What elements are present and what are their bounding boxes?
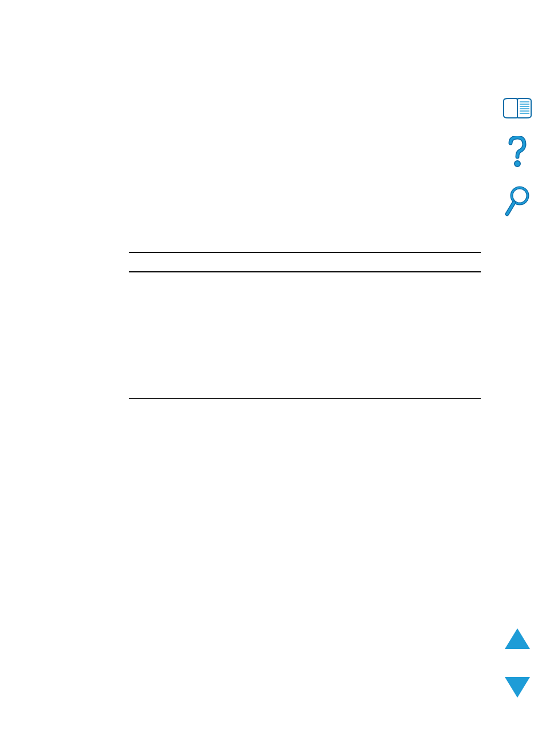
book-icon[interactable] bbox=[503, 97, 532, 119]
svg-marker-11 bbox=[505, 628, 530, 649]
svg-marker-12 bbox=[505, 677, 530, 698]
svg-point-6 bbox=[515, 161, 520, 167]
page-down-button[interactable] bbox=[504, 676, 531, 699]
content-area bbox=[129, 252, 481, 399]
help-icon[interactable] bbox=[507, 136, 528, 168]
rule-thin bbox=[129, 398, 481, 399]
svg-line-10 bbox=[507, 203, 514, 214]
search-icon[interactable] bbox=[505, 185, 530, 217]
nav-arrows bbox=[500, 627, 535, 699]
page-up-button[interactable] bbox=[504, 627, 531, 650]
sidebar bbox=[500, 97, 535, 217]
